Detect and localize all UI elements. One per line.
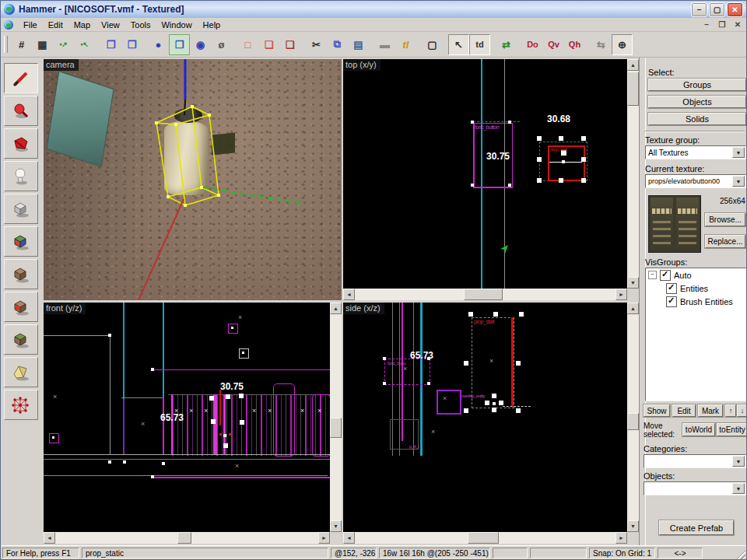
current-texture-combo[interactable]: props/elevatorbutton00 <box>645 174 746 188</box>
mdi-restore-icon[interactable]: ❐ <box>717 20 728 29</box>
point-entity[interactable] <box>239 348 249 359</box>
resize-grip[interactable] <box>735 550 745 560</box>
block-tool[interactable] <box>4 194 38 224</box>
flip-icon[interactable]: ⇄ <box>496 34 517 55</box>
vertex-manipulation-tool[interactable] <box>4 390 38 420</box>
refresh-icon[interactable]: ⇆ <box>591 34 612 55</box>
objects-combo[interactable] <box>644 481 746 495</box>
texture-lock-icon[interactable]: tl <box>395 34 416 55</box>
delete-icon[interactable]: ▬ <box>374 34 395 55</box>
visgroup-checkbox-entities[interactable] <box>666 283 677 294</box>
move-up-button[interactable]: ↑ <box>725 404 736 417</box>
status-snap: Snap: On Grid: 1 <box>589 548 655 558</box>
paste-icon[interactable]: ▤ <box>348 34 369 55</box>
close-button[interactable]: ✕ <box>727 2 743 17</box>
visgroup-row-brush-entities[interactable]: Brush Entities <box>646 295 745 308</box>
top-hscrollbar[interactable]: ◄ ► <box>343 289 627 300</box>
smaller-grid-icon[interactable]: ▪↖ <box>74 34 95 55</box>
point-entity[interactable] <box>228 324 238 334</box>
toolbar-grip[interactable] <box>4 36 8 53</box>
move-down-button[interactable]: ↓ <box>737 404 747 417</box>
viewport-front[interactable]: × × × × × × × × × × × 30.75 65.73 fron <box>44 303 342 544</box>
menu-window[interactable]: Window <box>156 19 197 31</box>
do-toggle-icon[interactable]: Do <box>522 34 543 55</box>
minimize-button[interactable]: – <box>691 2 707 17</box>
camera-tool[interactable] <box>4 128 38 159</box>
front-hscrollbar[interactable]: ◄ ► <box>44 532 330 544</box>
top-vscrollbar[interactable]: ▲ ▼ <box>627 59 639 289</box>
mdi-close-icon[interactable]: ✕ <box>732 20 743 29</box>
to-entity-button[interactable]: toEntity <box>717 423 747 436</box>
apply-decals-tool[interactable] <box>4 292 38 322</box>
menu-help[interactable]: Help <box>198 19 226 31</box>
to-world-button[interactable]: toWorld <box>682 423 715 436</box>
hide-selected-icon[interactable]: □ <box>237 34 258 55</box>
visgroups-label: VisGroups: <box>645 257 687 267</box>
select-box-icon[interactable]: ▢ <box>422 34 443 55</box>
menu-tools[interactable]: Tools <box>125 19 156 31</box>
show-button[interactable]: Show <box>644 404 670 417</box>
magnify-tool[interactable] <box>4 96 38 126</box>
edit-button[interactable]: Edit <box>672 404 696 417</box>
visgroup-checkbox-brush-entities[interactable] <box>666 296 677 307</box>
qv-toggle-icon[interactable]: Qv <box>543 34 564 55</box>
group-icon[interactable]: ❒ <box>169 34 190 55</box>
maximize-button[interactable]: ▢ <box>709 2 725 17</box>
copy-icon[interactable]: ⧉ <box>327 34 348 55</box>
entity-tool[interactable] <box>4 161 38 191</box>
groups-button[interactable]: Groups <box>648 79 746 91</box>
menu-map[interactable]: Map <box>68 19 96 31</box>
visgroups-tree[interactable]: − Auto Entities Brush Entities <box>645 268 746 401</box>
status-entity: prop_static <box>82 548 328 558</box>
overlay-point-entity[interactable] <box>437 390 461 415</box>
viewport-camera[interactable]: camera <box>44 59 342 300</box>
mdi-minimize-icon[interactable]: – <box>701 20 712 29</box>
redo-icon[interactable]: ❐ <box>121 34 142 55</box>
replace-button[interactable]: Replace... <box>705 235 745 248</box>
entity-prop-static-side[interactable] <box>511 317 514 407</box>
objects-button[interactable]: Objects <box>648 96 746 108</box>
undo-icon[interactable]: ❐ <box>100 34 121 55</box>
title-bar[interactable]: Hammer - [NICOSOFT.vmf - Textured] – ▢ ✕ <box>1 1 746 18</box>
ungroup-icon[interactable]: ◉ <box>190 34 211 55</box>
texture-size-label: 256x64 <box>720 197 745 205</box>
hide-unselected-icon[interactable]: ❏ <box>258 34 279 55</box>
viewport-top[interactable]: func_button 30.75 prop_stati 30.68 top (… <box>343 59 639 300</box>
create-prefab-button[interactable]: Create Prefab <box>659 520 734 535</box>
snap-to-grid-icon[interactable]: ▦ <box>32 34 53 55</box>
carve-icon[interactable]: ● <box>148 34 169 55</box>
categories-combo[interactable] <box>644 454 746 468</box>
ignore-groups-icon[interactable]: ø <box>211 34 232 55</box>
visgroup-checkbox-auto[interactable] <box>660 270 671 281</box>
cut-icon[interactable]: ✂ <box>306 34 327 55</box>
menu-view[interactable]: View <box>96 19 125 31</box>
measurement-30-68: 30.68 <box>547 114 570 124</box>
front-vscrollbar[interactable]: ▲ ▼ <box>330 303 342 532</box>
texture-application-tool[interactable] <box>4 226 38 257</box>
cursor-icon[interactable]: ↖ <box>448 34 469 55</box>
solids-button[interactable]: Solids <box>648 113 746 125</box>
selection-tool[interactable] <box>4 63 38 93</box>
menu-edit[interactable]: Edit <box>43 19 68 31</box>
visgroup-row-entities[interactable]: Entities <box>646 282 745 295</box>
menu-file[interactable]: File <box>18 19 43 31</box>
show-hidden-icon[interactable]: ❑ <box>279 34 300 55</box>
mark-button[interactable]: Mark <box>698 404 723 417</box>
tree-expander-icon[interactable]: − <box>648 271 657 279</box>
compass-icon[interactable]: ⊕ <box>612 34 633 55</box>
qh-toggle-icon[interactable]: Qh <box>564 34 585 55</box>
side-hscrollbar[interactable]: ◄ ► <box>343 532 627 544</box>
clipping-tool[interactable] <box>4 357 38 387</box>
texture-group-combo[interactable]: All Textures <box>645 145 746 159</box>
selection-dash-top <box>473 121 520 122</box>
td-toggle-icon[interactable]: td <box>469 34 490 55</box>
point-entity[interactable] <box>49 433 59 443</box>
apply-overlays-tool[interactable] <box>4 324 38 355</box>
larger-grid-icon[interactable]: ▪↗ <box>53 34 74 55</box>
apply-current-texture-tool[interactable] <box>4 259 38 289</box>
side-vscrollbar[interactable]: ▲ ▼ <box>627 303 639 532</box>
toggle-grid-icon[interactable]: # <box>11 34 32 55</box>
visgroup-row-auto[interactable]: − Auto <box>646 268 745 282</box>
browse-button[interactable]: Browse... <box>705 213 745 226</box>
viewport-side[interactable]: 65.73 func_butto × prop_stati × × overla… <box>343 303 639 544</box>
